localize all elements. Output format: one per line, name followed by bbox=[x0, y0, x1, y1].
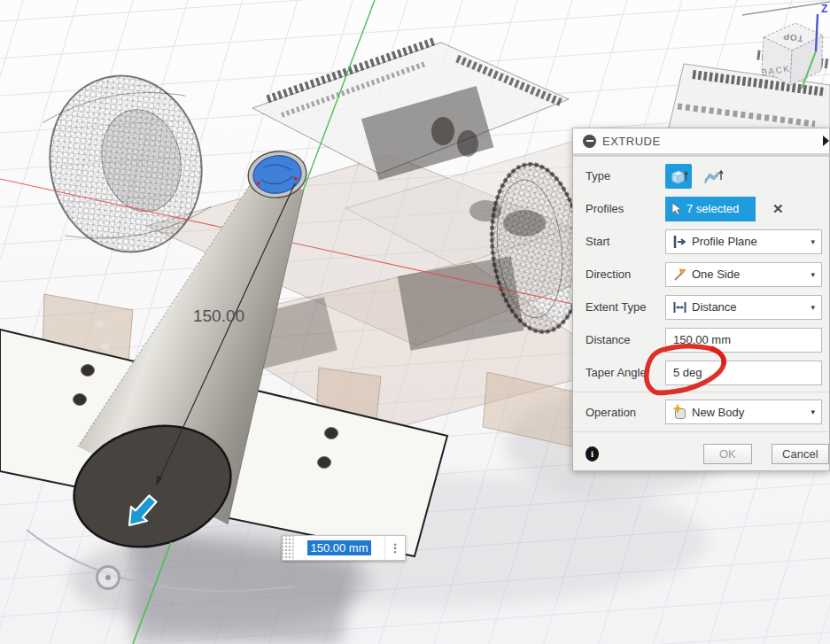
direction-dropdown[interactable]: One Side ▾ bbox=[665, 262, 822, 287]
distance-input[interactable] bbox=[665, 328, 822, 353]
operation-dropdown[interactable]: New Body ▾ bbox=[665, 400, 822, 424]
cursor-icon bbox=[671, 202, 682, 216]
chevron-down-icon: ▾ bbox=[811, 270, 815, 279]
start-label: Start bbox=[586, 235, 665, 248]
dimension-value-field[interactable]: 150.00 mm bbox=[294, 536, 384, 560]
info-icon[interactable]: i bbox=[586, 446, 599, 462]
section-divider bbox=[573, 392, 829, 392]
extrude-dialog: EXTRUDE Type bbox=[572, 128, 830, 471]
profiles-label: Profiles bbox=[586, 202, 665, 215]
distance-extent-icon bbox=[671, 299, 688, 316]
extrude-solid-type-button[interactable] bbox=[665, 164, 692, 189]
dock-arrow-icon[interactable] bbox=[823, 136, 829, 146]
extent-type-value: Distance bbox=[692, 300, 737, 314]
direction-value: One Side bbox=[692, 268, 740, 281]
taper-angle-input[interactable] bbox=[665, 361, 822, 385]
cancel-button[interactable]: Cancel bbox=[772, 444, 829, 464]
extrude-thin-type-button[interactable] bbox=[700, 164, 726, 189]
profile-plane-icon bbox=[671, 233, 688, 251]
start-value: Profile Plane bbox=[692, 235, 757, 248]
operation-label: Operation bbox=[586, 406, 665, 419]
fusion-viewport: 150.00 TOP BACK Z 150.00 mm bbox=[0, 0, 830, 644]
extent-type-label: Extent Type bbox=[586, 300, 665, 314]
one-side-icon bbox=[671, 266, 688, 283]
direction-row: Direction One Side ▾ bbox=[573, 258, 829, 291]
operation-value: New Body bbox=[692, 406, 744, 419]
solid-extrude-icon bbox=[669, 167, 688, 186]
dialog-footer: i OK Cancel bbox=[573, 435, 829, 471]
chevron-down-icon: ▾ bbox=[811, 237, 815, 246]
collapse-icon[interactable] bbox=[583, 135, 596, 148]
dimension-options-menu[interactable]: ⋮ bbox=[384, 536, 405, 560]
z-axis-label: Z bbox=[821, 3, 827, 15]
drag-handle[interactable] bbox=[283, 536, 294, 560]
start-dropdown[interactable]: Profile Plane ▾ bbox=[665, 229, 822, 254]
extent-type-dropdown[interactable]: Distance ▾ bbox=[665, 295, 822, 320]
chevron-down-icon: ▾ bbox=[811, 407, 815, 416]
profiles-selected-button[interactable]: 7 selected bbox=[665, 197, 756, 221]
start-row: Start Profile Plane ▾ bbox=[573, 225, 829, 258]
operation-row: Operation New Body ▾ bbox=[573, 395, 829, 429]
dialog-title: EXTRUDE bbox=[602, 135, 661, 148]
profiles-count: 7 selected bbox=[686, 202, 739, 215]
ok-button[interactable]: OK bbox=[703, 444, 752, 464]
section-divider bbox=[573, 431, 829, 432]
selected-dimension-text: 150.00 mm bbox=[307, 540, 370, 555]
extent-type-row: Extent Type Distance bbox=[573, 291, 829, 323]
taper-rotate-handle[interactable] bbox=[97, 567, 120, 589]
distance-label: Distance bbox=[586, 333, 665, 346]
thin-extrude-icon bbox=[702, 167, 724, 186]
dimension-input-box[interactable]: 150.00 mm ⋮ bbox=[282, 535, 406, 561]
close-icon[interactable]: ✕ bbox=[772, 202, 784, 215]
taper-angle-label: Taper Angle bbox=[586, 366, 665, 379]
profiles-row: Profiles 7 selected ✕ bbox=[573, 192, 829, 225]
distance-row: Distance bbox=[573, 323, 829, 356]
dialog-header[interactable]: EXTRUDE bbox=[573, 128, 829, 153]
type-label: Type bbox=[586, 169, 665, 182]
type-row: Type bbox=[573, 159, 829, 192]
chevron-down-icon: ▾ bbox=[811, 303, 815, 312]
taper-angle-row: Taper Angle bbox=[573, 356, 829, 389]
new-body-icon bbox=[671, 403, 688, 421]
dimension-label: 150.00 bbox=[193, 306, 244, 325]
direction-label: Direction bbox=[586, 268, 665, 281]
